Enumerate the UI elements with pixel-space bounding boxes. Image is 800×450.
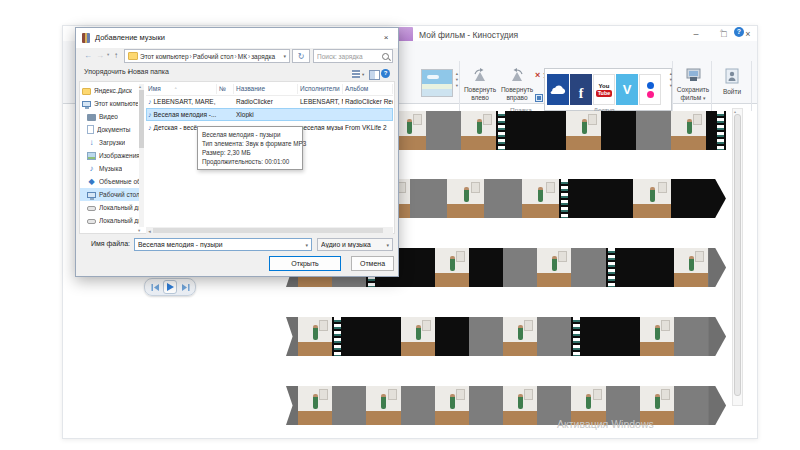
refresh-button[interactable]: ↻ bbox=[292, 49, 310, 63]
column-header[interactable]: Исполнители bbox=[298, 84, 343, 94]
recent-locations-caret-icon[interactable]: ▾ bbox=[107, 52, 109, 57]
gray-frame[interactable] bbox=[674, 386, 708, 425]
gray-frame[interactable] bbox=[410, 179, 447, 218]
open-button[interactable]: Открыть bbox=[269, 256, 341, 271]
black-frame[interactable] bbox=[435, 317, 469, 356]
gray-frame[interactable] bbox=[469, 317, 503, 356]
address-dropdown-icon[interactable]: ▾ bbox=[283, 53, 286, 59]
storyboard-scrollbar[interactable]: ▴ bbox=[732, 108, 743, 406]
scroll-up-icon[interactable]: ▴ bbox=[139, 84, 141, 89]
video-thumbnail[interactable] bbox=[298, 317, 332, 356]
breadcrumb-segment[interactable]: Этот компьютер bbox=[140, 53, 189, 60]
sidebar-item[interactable]: Локальный дис... bbox=[80, 214, 143, 227]
share-gallery-scroll-arrows[interactable]: ▴ ▾ ▾ bbox=[667, 71, 675, 88]
sidebar-item[interactable]: ♪Музыка bbox=[80, 162, 143, 175]
video-thumbnail[interactable] bbox=[298, 386, 332, 425]
sidebar-item[interactable]: Локальный дис... bbox=[80, 201, 143, 214]
gray-frame[interactable] bbox=[469, 386, 503, 425]
video-thumbnail[interactable] bbox=[671, 111, 706, 150]
black-frame[interactable] bbox=[401, 248, 435, 287]
scrollbar-thumb[interactable] bbox=[734, 114, 741, 396]
scroll-down-icon[interactable]: ▾ bbox=[138, 228, 140, 233]
scroll-left-icon[interactable]: ◂ bbox=[146, 228, 153, 234]
onedrive-icon[interactable] bbox=[547, 74, 569, 105]
sidebar-item[interactable]: ◆Объемные объ... bbox=[80, 175, 143, 188]
filmstrip-cell[interactable] bbox=[606, 248, 640, 287]
gray-frame[interactable] bbox=[537, 317, 571, 356]
video-thumbnail[interactable] bbox=[401, 317, 435, 356]
gray-frame[interactable] bbox=[426, 111, 461, 150]
video-thumbnail[interactable] bbox=[566, 111, 601, 150]
gallery-up-icon[interactable]: ▴ bbox=[456, 71, 458, 76]
breadcrumb-segment[interactable]: Рабочий стол bbox=[193, 53, 234, 60]
play-button[interactable] bbox=[163, 280, 177, 294]
gray-frame[interactable] bbox=[503, 248, 537, 287]
gray-frame[interactable] bbox=[674, 317, 708, 356]
video-thumbnail[interactable] bbox=[674, 248, 708, 287]
sidebar-item[interactable]: Рабочий стол bbox=[80, 188, 143, 201]
table-row[interactable]: ♪LEBENSART, MARE, ...RadioClickerLEBENSA… bbox=[146, 95, 393, 108]
gray-frame[interactable] bbox=[401, 386, 435, 425]
video-thumbnail[interactable] bbox=[503, 386, 537, 425]
video-thumbnail[interactable] bbox=[537, 248, 571, 287]
video-thumbnail[interactable] bbox=[633, 179, 670, 218]
file-type-select[interactable]: Аудио и музыка ▾ bbox=[317, 238, 393, 251]
storyboard-row[interactable] bbox=[286, 386, 726, 425]
black-frame[interactable] bbox=[671, 179, 708, 218]
gray-frame[interactable] bbox=[571, 248, 605, 287]
save-movie-button[interactable]: Сохранить фильм ▾ bbox=[675, 68, 711, 102]
filmstrip-cell[interactable] bbox=[571, 317, 605, 356]
breadcrumb-segment[interactable]: МК bbox=[238, 53, 247, 60]
scrollbar-thumb[interactable] bbox=[153, 228, 383, 233]
file-name-input[interactable]: Веселая мелодия - пузыри ▾ bbox=[134, 238, 312, 251]
organize-menu[interactable]: Упорядочить ▾ bbox=[84, 68, 130, 75]
automovie-theme-thumbnail[interactable] bbox=[421, 69, 453, 97]
next-frame-button[interactable] bbox=[179, 281, 191, 293]
video-thumbnail[interactable] bbox=[461, 111, 496, 150]
help-button[interactable]: ? bbox=[734, 27, 744, 37]
minimize-button[interactable]: – bbox=[687, 28, 705, 40]
sidebar-item[interactable]: Этот компьютер bbox=[80, 97, 138, 110]
video-thumbnail[interactable] bbox=[522, 179, 559, 218]
black-frame[interactable] bbox=[640, 248, 674, 287]
black-frame[interactable] bbox=[531, 111, 566, 150]
video-thumbnail[interactable] bbox=[366, 386, 400, 425]
search-input[interactable]: Поиск: зарядка bbox=[313, 49, 393, 63]
gray-frame[interactable] bbox=[636, 111, 671, 150]
black-frame[interactable] bbox=[606, 317, 640, 356]
file-name-caret-icon[interactable]: ▾ bbox=[305, 242, 308, 248]
column-header[interactable]: № bbox=[217, 84, 234, 94]
sign-in-button[interactable]: Войти bbox=[714, 68, 750, 96]
column-header[interactable]: Альбом bbox=[343, 84, 393, 94]
preview-pane-icon[interactable] bbox=[369, 70, 380, 80]
column-header[interactable]: Название bbox=[234, 84, 298, 94]
rotate-right-button[interactable]: Повернуть вправо bbox=[499, 68, 535, 102]
breadcrumb-segment[interactable]: зарядка bbox=[251, 53, 275, 60]
gallery-down-icon[interactable]: ▾ bbox=[456, 77, 458, 82]
black-frame[interactable] bbox=[366, 317, 400, 356]
cancel-button[interactable]: Отмена bbox=[351, 256, 394, 271]
video-thumbnail[interactable] bbox=[447, 179, 484, 218]
back-button[interactable]: ← bbox=[84, 49, 92, 63]
filmstrip-cell[interactable] bbox=[496, 111, 531, 150]
up-button[interactable]: ↑ bbox=[114, 49, 118, 63]
filmstrip-cell[interactable] bbox=[559, 179, 596, 218]
gallery-more-icon[interactable]: ▾ bbox=[456, 83, 458, 88]
view-mode-caret-icon[interactable]: ▾ bbox=[362, 72, 364, 77]
new-folder-button[interactable]: Новая папка bbox=[128, 68, 169, 75]
address-bar[interactable]: Этот компьютер›Рабочий стол›МК›зарядка ▾ bbox=[124, 49, 290, 63]
forward-button[interactable]: → bbox=[96, 49, 104, 63]
previous-frame-button[interactable] bbox=[149, 281, 161, 293]
storyboard-row[interactable] bbox=[286, 317, 726, 356]
youtube-icon[interactable]: YouTube bbox=[593, 74, 615, 105]
dialog-help-button[interactable]: ? bbox=[381, 69, 390, 78]
sidebar-item[interactable]: Яндекс.Диск bbox=[80, 84, 138, 97]
sidebar-scrollbar[interactable]: ▴ bbox=[139, 84, 144, 227]
video-thumbnail[interactable] bbox=[503, 317, 537, 356]
sidebar-item[interactable]: ↓Загрузки bbox=[80, 136, 143, 149]
facebook-icon[interactable]: f bbox=[570, 74, 592, 105]
video-thumbnail[interactable] bbox=[435, 386, 469, 425]
collapse-ribbon-icon[interactable]: ^ bbox=[720, 28, 723, 35]
maximize-button[interactable]: □ bbox=[715, 28, 733, 40]
dialog-close-button[interactable]: × bbox=[379, 32, 393, 44]
